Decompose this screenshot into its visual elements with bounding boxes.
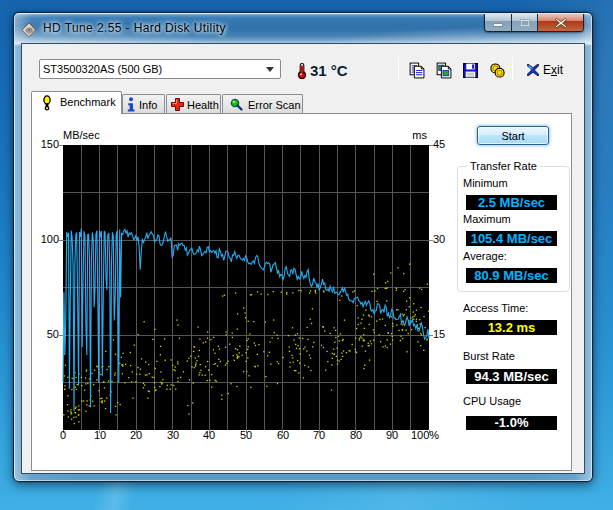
- svg-text:10: 10: [94, 429, 106, 441]
- svg-text:150: 150: [41, 138, 59, 150]
- svg-text:MB/sec: MB/sec: [63, 129, 100, 141]
- svg-text:15: 15: [433, 328, 445, 340]
- svg-text:30: 30: [167, 429, 179, 441]
- svg-text:100%: 100%: [411, 429, 439, 441]
- svg-text:50: 50: [47, 328, 59, 340]
- svg-text:90: 90: [386, 429, 398, 441]
- svg-text:60: 60: [277, 429, 289, 441]
- svg-text:80: 80: [350, 429, 362, 441]
- svg-text:0: 0: [60, 429, 66, 441]
- svg-text:40: 40: [203, 429, 215, 441]
- svg-text:20: 20: [130, 429, 142, 441]
- svg-text:ms: ms: [412, 129, 427, 141]
- svg-text:50: 50: [240, 429, 252, 441]
- svg-text:100: 100: [41, 233, 59, 245]
- svg-text:70: 70: [313, 429, 325, 441]
- svg-text:30: 30: [433, 233, 445, 245]
- svg-text:45: 45: [433, 138, 445, 150]
